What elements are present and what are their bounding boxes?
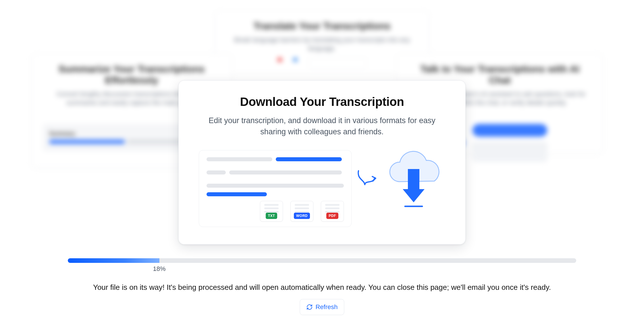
document-preview: TXT WORD PDF — [199, 150, 352, 227]
svg-rect-0 — [408, 169, 419, 189]
format-word: WORD — [290, 201, 313, 222]
format-txt-label: TXT — [266, 213, 277, 219]
progress-percent-label: 18% — [153, 265, 166, 273]
download-format-list: TXT WORD PDF — [207, 201, 344, 222]
curved-arrow-icon — [357, 167, 377, 199]
download-card-title: Download Your Transcription — [199, 95, 445, 109]
progress-bar-fill — [68, 258, 159, 263]
bg-card-translate-title: Translate Your Transcriptions — [226, 20, 418, 32]
download-illustration: TXT WORD PDF — [199, 150, 445, 227]
refresh-button-label: Refresh — [315, 303, 338, 311]
svg-marker-1 — [403, 189, 425, 202]
progress-bar-track — [68, 258, 576, 263]
refresh-icon — [306, 304, 313, 310]
format-word-label: WORD — [294, 213, 310, 219]
download-card: Download Your Transcription Edit your tr… — [178, 80, 466, 244]
download-card-subtitle: Edit your transcription, and download it… — [199, 115, 445, 137]
processing-status-message: Your file is on its way! It's being proc… — [0, 283, 644, 292]
format-pdf-label: PDF — [326, 213, 338, 219]
format-pdf: PDF — [321, 201, 344, 222]
cloud-download-icon — [382, 150, 445, 211]
bg-card-translate-desc: Break language barriers by translating y… — [226, 36, 418, 53]
refresh-button[interactable]: Refresh — [300, 299, 344, 315]
format-txt: TXT — [260, 201, 283, 222]
processing-progress: 18% — [68, 258, 576, 263]
